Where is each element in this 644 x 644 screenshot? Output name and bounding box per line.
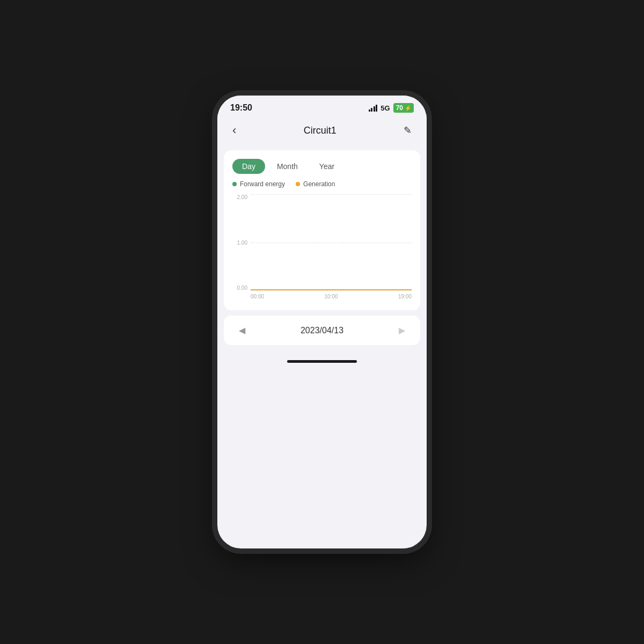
back-button[interactable]: ‹ xyxy=(228,121,240,140)
x-label-start: 00:00 xyxy=(251,294,264,299)
forward-energy-dot xyxy=(232,182,237,186)
battery-icon: 70 ⚡ xyxy=(393,103,414,113)
chart-y-labels: 2.00 1.00 0.00 xyxy=(232,194,251,291)
date-next-button[interactable]: ▶ xyxy=(394,323,409,338)
forward-energy-label: Forward energy xyxy=(240,180,285,188)
status-icons: 5G 70 ⚡ xyxy=(369,103,414,113)
tab-year[interactable]: Year xyxy=(310,159,344,174)
current-date: 2023/04/13 xyxy=(301,326,343,335)
chart-legend: Forward energy Generation xyxy=(232,180,412,188)
status-bar: 19:50 5G 70 ⚡ xyxy=(217,96,427,117)
legend-generation: Generation xyxy=(296,180,335,188)
tab-switcher: Day Month Year xyxy=(232,159,412,174)
date-prev-button[interactable]: ◀ xyxy=(235,323,250,338)
x-label-end: 19:00 xyxy=(398,294,412,299)
generation-label: Generation xyxy=(303,180,335,188)
page-title: Circuit1 xyxy=(304,125,336,136)
legend-forward-energy: Forward energy xyxy=(232,180,285,188)
chart-area: 2.00 1.00 0.00 00:0 xyxy=(232,194,412,302)
grid-line-mid xyxy=(251,243,412,243)
generation-dot xyxy=(296,182,300,186)
y-label-top: 2.00 xyxy=(237,194,247,200)
grid-line-top xyxy=(251,194,412,195)
status-time: 19:50 xyxy=(230,103,252,113)
battery-percent: 70 xyxy=(396,104,403,112)
signal-icon xyxy=(369,104,378,112)
phone-frame: 19:50 5G 70 ⚡ ‹ Circuit1 ✎ Day xyxy=(217,96,427,548)
x-label-mid: 10:00 xyxy=(324,294,338,299)
battery-bolt: ⚡ xyxy=(405,105,411,111)
home-indicator xyxy=(287,360,357,363)
chart-x-labels: 00:00 10:00 19:00 xyxy=(251,291,412,302)
nav-bar: ‹ Circuit1 ✎ xyxy=(217,117,427,146)
tab-day[interactable]: Day xyxy=(232,159,265,174)
content-area: Day Month Year Forward energy Generation… xyxy=(217,146,427,349)
y-label-mid: 1.00 xyxy=(237,240,247,246)
y-label-bottom: 0.00 xyxy=(237,285,247,291)
date-nav-card: ◀ 2023/04/13 ▶ xyxy=(224,316,420,345)
tab-month[interactable]: Month xyxy=(267,159,308,174)
network-label: 5G xyxy=(380,104,390,112)
chart-card: Day Month Year Forward energy Generation… xyxy=(224,150,420,310)
chart-plot xyxy=(251,194,412,291)
edit-button[interactable]: ✎ xyxy=(399,122,416,138)
